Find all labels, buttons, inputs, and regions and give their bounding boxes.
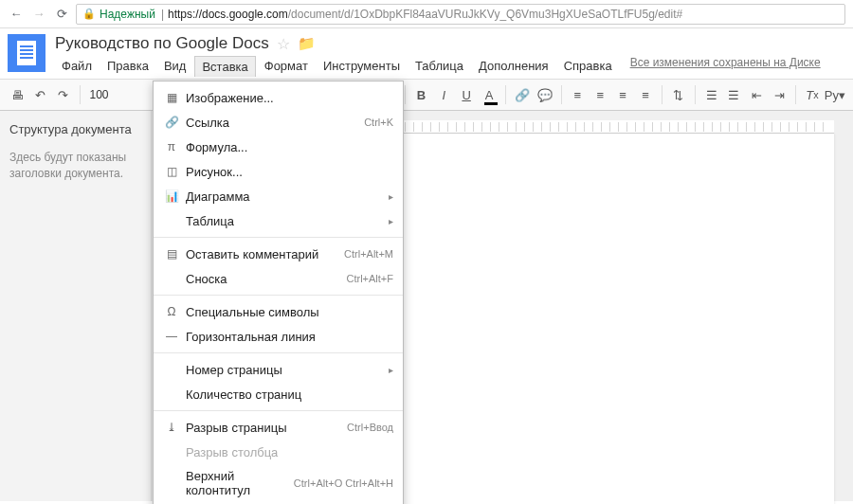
image-icon: ▦ — [161, 90, 182, 105]
menu-item[interactable]: πФормула... — [154, 135, 403, 159]
sidebar-title: Структура документа — [9, 122, 141, 136]
docs-logo[interactable] — [8, 34, 45, 72]
submenu-arrow-icon: ▸ — [389, 191, 393, 202]
menu-item: Разрыв столбца — [154, 440, 403, 464]
blank-icon — [161, 444, 182, 459]
doc-title[interactable]: Руководство по Google Docs — [55, 34, 269, 53]
menu-формат[interactable]: Формат — [258, 56, 315, 77]
sidebar-hint: Здесь будут показаны заголовки документа… — [9, 150, 141, 182]
menu-item-label: Количество страниц — [182, 387, 393, 402]
toolbar: 🖶 ↶ ↷ 100 B I U A 🔗 💬 ≡ ≡ ≡ ≡ ⇅ ☰ ☰ ⇤ ⇥ … — [0, 79, 853, 111]
menu-separator — [154, 410, 403, 411]
pi-icon: π — [161, 139, 182, 154]
submenu-arrow-icon: ▸ — [389, 365, 393, 375]
underline-button[interactable]: U — [456, 82, 477, 107]
menu-item[interactable]: 🔗СсылкаCtrl+K — [154, 110, 403, 135]
menu-item-label: Верхний колонтитул — [182, 469, 294, 497]
menu-дополнения[interactable]: Дополнения — [472, 56, 555, 77]
input-tools-button[interactable]: Ру ▾ — [825, 82, 845, 107]
insert-comment-button[interactable]: 💬 — [535, 82, 555, 107]
redo-button[interactable]: ↷ — [53, 82, 74, 107]
star-icon[interactable]: ☆ — [277, 35, 290, 53]
align-justify-button[interactable]: ≡ — [635, 82, 656, 107]
separator — [695, 85, 696, 104]
print-button[interactable]: 🖶 — [8, 82, 28, 107]
hr-icon: — — [161, 329, 182, 344]
zoom-select[interactable]: 100 — [86, 88, 113, 101]
menu-вставка[interactable]: Вставка — [194, 56, 255, 77]
bold-button[interactable]: B — [410, 82, 431, 107]
align-left-button[interactable]: ≡ — [567, 82, 588, 107]
menu-item-label: Номер страницы — [182, 363, 383, 377]
indent-decrease-button[interactable]: ⇤ — [746, 82, 767, 107]
bulleted-list-button[interactable]: ☰ — [723, 82, 744, 107]
separator — [505, 85, 506, 104]
blank-icon — [161, 271, 182, 286]
save-status[interactable]: Все изменения сохранены на Диске — [630, 56, 821, 77]
menu-item[interactable]: ▤Оставить комментарийCtrl+Alt+M — [154, 242, 403, 266]
menu-вид[interactable]: Вид — [157, 56, 193, 77]
menu-таблица[interactable]: Таблица — [408, 56, 470, 77]
blank-icon — [161, 387, 182, 402]
numbered-list-button[interactable]: ☰ — [701, 82, 722, 107]
folder-icon[interactable]: 📁 — [298, 35, 316, 52]
separator — [80, 85, 81, 104]
menu-item[interactable]: Количество страниц — [154, 382, 403, 406]
menu-item[interactable]: —Горизонтальная линия — [154, 324, 403, 349]
insert-link-button[interactable]: 🔗 — [512, 82, 533, 107]
align-center-button[interactable]: ≡ — [590, 82, 610, 107]
menu-item[interactable]: ◫Рисунок... — [154, 159, 403, 184]
menu-item-label: Горизонтальная линия — [182, 330, 393, 344]
menu-separator — [154, 295, 403, 296]
menu-справка[interactable]: Справка — [557, 56, 619, 77]
undo-button[interactable]: ↶ — [30, 82, 51, 107]
menu-item[interactable]: Верхний колонтитулCtrl+Alt+O Ctrl+Alt+H — [154, 464, 403, 502]
reload-button[interactable]: ⟳ — [53, 6, 70, 23]
italic-button[interactable]: I — [433, 82, 454, 107]
line-spacing-button[interactable]: ⇅ — [668, 82, 689, 107]
blank-icon — [161, 476, 182, 491]
menu-инструменты[interactable]: Инструменты — [317, 56, 407, 77]
menu-item-label: Разрыв столбца — [182, 445, 393, 459]
omega-icon: Ω — [161, 304, 182, 319]
menu-правка[interactable]: Правка — [100, 56, 155, 77]
indent-increase-button[interactable]: ⇥ — [769, 82, 789, 107]
url-host: https://docs.google.com — [168, 8, 288, 21]
chart-icon: 📊 — [161, 189, 182, 204]
menu-shortcut: Ctrl+Ввод — [347, 422, 393, 433]
menu-shortcut: Ctrl+Alt+F — [346, 273, 393, 284]
blank-icon — [161, 213, 182, 228]
menu-item[interactable]: СноскаCtrl+Alt+F — [154, 266, 403, 291]
menu-item-label: Сноска — [182, 272, 346, 286]
separator — [795, 85, 796, 104]
menubar: ФайлПравкаВидВставкаФорматИнструментыТаб… — [55, 56, 845, 77]
menu-item[interactable]: ▦Изображение... — [154, 85, 403, 110]
secure-label: Надежный — [100, 8, 155, 21]
menu-item-label: Таблица — [182, 214, 383, 228]
menu-shortcut: Ctrl+K — [364, 117, 393, 128]
menu-item[interactable]: ⤓Разрыв страницыCtrl+Ввод — [154, 415, 403, 440]
align-right-button[interactable]: ≡ — [612, 82, 633, 107]
clear-formatting-button[interactable]: Tx — [802, 82, 823, 107]
menu-item[interactable]: Таблица▸ — [154, 208, 403, 233]
menu-item[interactable]: Номер страницы▸ — [154, 357, 403, 382]
insert-menu-dropdown: ▦Изображение...🔗СсылкаCtrl+KπФормула...◫… — [153, 81, 404, 504]
menu-item-label: Формула... — [182, 140, 393, 154]
menu-item[interactable]: 📊Диаграмма▸ — [154, 184, 403, 208]
pagebreak-icon: ⤓ — [161, 420, 182, 435]
separator — [561, 85, 562, 104]
text-color-button[interactable]: A — [479, 82, 499, 107]
blank-icon — [161, 362, 182, 377]
url-bar[interactable]: 🔒 Надежный | https://docs.google.com/doc… — [76, 4, 845, 25]
back-button[interactable]: ← — [8, 6, 25, 23]
forward-button[interactable]: → — [30, 6, 47, 23]
menu-item-label: Оставить комментарий — [182, 247, 344, 261]
menu-item[interactable]: ΩСпециальные символы — [154, 299, 403, 324]
browser-bar: ← → ⟳ 🔒 Надежный | https://docs.google.c… — [0, 0, 853, 28]
outline-sidebar: Структура документа Здесь будут показаны… — [0, 111, 152, 501]
app-header: Руководство по Google Docs ☆ 📁 ФайлПравк… — [0, 28, 853, 77]
menu-shortcut: Ctrl+Alt+O Ctrl+Alt+H — [294, 477, 393, 489]
menu-файл[interactable]: Файл — [55, 56, 99, 77]
menu-item-label: Рисунок... — [182, 165, 393, 179]
menu-separator — [154, 237, 403, 238]
